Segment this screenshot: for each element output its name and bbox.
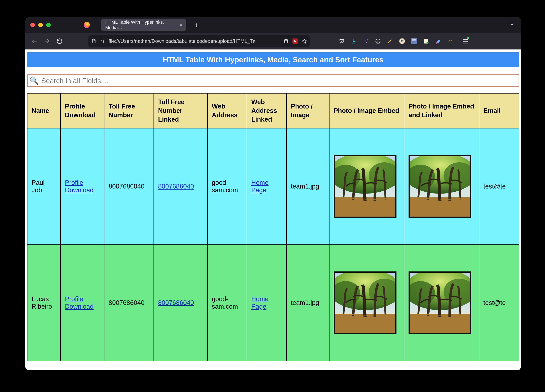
minimize-window-button[interactable] bbox=[38, 23, 43, 27]
cell-web-linked: Home Page bbox=[247, 128, 286, 245]
pocket-icon[interactable] bbox=[338, 38, 345, 45]
photo-embed-thumb bbox=[334, 271, 396, 334]
col-web-link[interactable]: Web Address Linked bbox=[247, 93, 286, 128]
download-icon[interactable] bbox=[350, 38, 357, 45]
svg-point-20 bbox=[451, 42, 452, 42]
extension-note-icon[interactable] bbox=[423, 38, 430, 45]
extension-circle-icon[interactable] bbox=[374, 38, 382, 45]
extension-face-icon[interactable] bbox=[399, 38, 406, 45]
search-icon: 🔍 bbox=[29, 76, 39, 85]
cell-profile-download: Profile Download bbox=[61, 245, 104, 361]
svg-point-12 bbox=[378, 41, 378, 42]
cell-toll-free-linked: 8007686040 bbox=[154, 128, 207, 245]
tab-title: HTML Table With Hyperlinks, Media… bbox=[105, 19, 176, 30]
close-window-button[interactable] bbox=[30, 23, 35, 27]
cell-name: Lucas Ribeiro bbox=[27, 245, 61, 361]
file-icon bbox=[91, 38, 97, 44]
reader-mode-icon[interactable] bbox=[283, 38, 289, 44]
data-table: Name Profile Download Toll Free Number T… bbox=[27, 93, 519, 361]
toolbar: file:///Users/nathan/Downloads/tabulate … bbox=[25, 33, 521, 49]
cell-toll-free: 8007686040 bbox=[104, 245, 154, 361]
address-bar[interactable]: file:///Users/nathan/Downloads/tabulate … bbox=[88, 35, 310, 47]
col-photo-embed[interactable]: Photo / Image Embed bbox=[329, 93, 404, 128]
cell-photo-embed bbox=[329, 245, 404, 361]
cell-toll-free: 8007686040 bbox=[104, 128, 154, 245]
profile-download-link[interactable]: Profile Download bbox=[65, 295, 94, 310]
col-name[interactable]: Name bbox=[27, 93, 61, 128]
forward-button bbox=[43, 36, 52, 46]
extension-brush-icon[interactable] bbox=[435, 38, 442, 45]
svg-point-19 bbox=[449, 42, 450, 42]
col-photo[interactable]: Photo / Image bbox=[286, 93, 329, 128]
svg-point-3 bbox=[103, 42, 104, 42]
table-header-row: Name Profile Download Toll Free Number T… bbox=[27, 93, 519, 128]
col-toll-free-link[interactable]: Toll Free Number Linked bbox=[154, 93, 207, 128]
titlebar: HTML Table With Hyperlinks, Media… ✕ + bbox=[25, 17, 521, 33]
extension-palette-icon[interactable] bbox=[447, 38, 454, 45]
cell-web: good-sam.com bbox=[207, 128, 247, 245]
cell-name: Paul Job bbox=[27, 128, 61, 245]
photo-embed-linked-thumb bbox=[409, 155, 471, 218]
photo-embed-link[interactable] bbox=[409, 271, 475, 334]
cell-web: good-sam.com bbox=[207, 245, 247, 361]
maximize-window-button[interactable] bbox=[46, 23, 51, 27]
cell-photo-embed bbox=[329, 128, 404, 245]
cell-profile-download: Profile Download bbox=[61, 128, 104, 245]
cell-photo-embed-linked bbox=[404, 128, 479, 245]
extension-pencil-icon[interactable] bbox=[386, 38, 394, 45]
back-button bbox=[30, 36, 39, 46]
profile-download-link[interactable]: Profile Download bbox=[65, 179, 94, 194]
table-row: Lucas Ribeiro Profile Download 800768604… bbox=[27, 245, 519, 361]
svg-point-2 bbox=[101, 40, 102, 41]
permissions-icon[interactable] bbox=[100, 38, 105, 44]
photo-embed-linked-thumb bbox=[409, 271, 471, 334]
tab-close-button[interactable]: ✕ bbox=[179, 22, 184, 28]
browser-window: HTML Table With Hyperlinks, Media… ✕ + f… bbox=[25, 17, 521, 370]
tabs-dropdown-button[interactable] bbox=[508, 22, 516, 29]
page-content: HTML Table With Hyperlinks, Media, Searc… bbox=[25, 49, 521, 370]
home-page-link[interactable]: Home Page bbox=[251, 179, 269, 194]
window-controls bbox=[30, 23, 51, 27]
cell-photo: team1.jpg bbox=[286, 128, 329, 245]
col-toll-free[interactable]: Toll Free Number bbox=[104, 93, 154, 128]
col-profile-dl[interactable]: Profile Download bbox=[61, 93, 104, 128]
bookmark-star-icon[interactable] bbox=[302, 38, 307, 44]
toll-free-link[interactable]: 8007686040 bbox=[158, 299, 194, 306]
home-page-link[interactable]: Home Page bbox=[251, 295, 269, 310]
search-input[interactable] bbox=[41, 77, 517, 85]
photo-embed-thumb bbox=[334, 155, 396, 218]
svg-point-16 bbox=[448, 39, 453, 44]
cell-email: test@te bbox=[479, 245, 519, 361]
col-web[interactable]: Web Address bbox=[207, 93, 247, 128]
col-email[interactable]: Email bbox=[479, 93, 519, 128]
cell-toll-free-linked: 8007686040 bbox=[154, 245, 207, 361]
cell-email: test@te bbox=[479, 128, 519, 245]
cell-photo: team1.jpg bbox=[286, 245, 329, 361]
table-row: Paul Job Profile Download 8007686040 800… bbox=[27, 128, 519, 245]
svg-point-18 bbox=[451, 40, 452, 41]
svg-marker-8 bbox=[302, 39, 307, 43]
firefox-logo-icon bbox=[84, 22, 90, 28]
app-menu-button[interactable] bbox=[461, 37, 470, 45]
noscript-badge-icon[interactable]: N bbox=[292, 38, 298, 44]
extension-icons bbox=[338, 38, 454, 45]
new-tab-button[interactable]: + bbox=[192, 21, 200, 29]
svg-point-15 bbox=[436, 42, 437, 44]
extension-save-icon[interactable] bbox=[411, 38, 418, 45]
url-text: file:///Users/nathan/Downloads/tabulate … bbox=[109, 38, 280, 44]
reload-button[interactable] bbox=[55, 36, 64, 46]
search-container: 🔍 bbox=[27, 74, 519, 87]
toll-free-link[interactable]: 8007686040 bbox=[158, 183, 194, 190]
browser-tab[interactable]: HTML Table With Hyperlinks, Media… ✕ bbox=[101, 19, 186, 31]
cell-web-linked: Home Page bbox=[247, 245, 286, 361]
extension-clip-icon[interactable] bbox=[362, 38, 369, 45]
page-title: HTML Table With Hyperlinks, Media, Searc… bbox=[27, 52, 519, 67]
svg-point-14 bbox=[427, 42, 428, 44]
svg-point-17 bbox=[449, 40, 450, 41]
col-photo-embed-l[interactable]: Photo / Image Embed and Linked bbox=[404, 93, 479, 128]
cell-photo-embed-linked bbox=[404, 245, 479, 361]
photo-embed-link[interactable] bbox=[409, 155, 475, 218]
